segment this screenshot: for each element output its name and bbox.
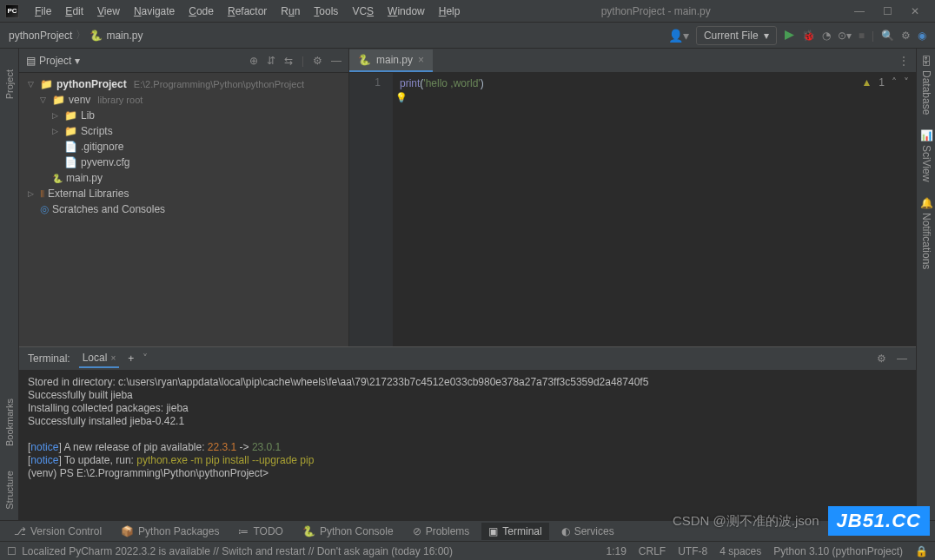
tree-pyvenv[interactable]: 📄pyvenv.cfg <box>19 155 348 170</box>
tree-external-libs[interactable]: ▷⫴External Libraries <box>19 186 348 201</box>
expand-icon[interactable]: ⇵ <box>267 55 275 67</box>
editor-tabs: 🐍 main.py × ⋮ <box>349 49 916 73</box>
menu-code[interactable]: Code <box>182 3 221 20</box>
rail-notifications[interactable]: 🔔Notifications <box>920 196 932 269</box>
user-icon[interactable]: 👤▾ <box>668 29 689 43</box>
menu-tools[interactable]: Tools <box>307 3 345 20</box>
terminal-header: Terminal: Local× + ˅ ⚙ — <box>19 347 916 370</box>
status-message[interactable]: Localized PyCharm 2022.3.2 is available … <box>22 545 453 557</box>
terminal-title: Terminal: <box>28 352 70 365</box>
rail-sciview[interactable]: 📊SciView <box>920 128 932 181</box>
tree-scratches[interactable]: ◎Scratches and Consoles <box>19 201 348 217</box>
tab-menu-icon[interactable]: ⋮ <box>899 55 916 67</box>
chevron-down-icon: ▾ <box>764 30 769 42</box>
rail-database[interactable]: 🗄Database <box>920 56 932 115</box>
tree-gitignore[interactable]: 📄.gitignore <box>19 139 348 155</box>
menu-file[interactable]: File <box>28 3 58 20</box>
warning-icon[interactable]: ▲ <box>861 76 872 89</box>
coverage-icon[interactable]: ◔ <box>822 30 831 42</box>
close-icon[interactable]: ✕ <box>909 5 921 17</box>
run-config-dropdown[interactable]: Current File ▾ <box>696 26 777 45</box>
btab-services[interactable]: ◐Services <box>554 523 621 540</box>
minimize-icon[interactable]: — <box>853 5 865 17</box>
status-encoding[interactable]: UTF-8 <box>678 545 707 557</box>
status-position[interactable]: 1:19 <box>607 545 627 557</box>
menu-navigate[interactable]: Navigate <box>127 3 182 20</box>
breadcrumb-separator: 〉 <box>76 28 86 43</box>
status-eol[interactable]: CRLF <box>639 545 666 557</box>
btab-version-control[interactable]: ⎇Version Control <box>7 523 109 540</box>
status-indent[interactable]: 4 spaces <box>719 545 761 557</box>
project-panel: ▤ Project ▾ ⊕ ⇵ ⇆ | ⚙ — ▽📁pythonProjectE… <box>19 49 349 346</box>
gear-icon[interactable]: ⚙ <box>877 352 886 365</box>
tab-close-icon[interactable]: × <box>418 54 424 66</box>
menu-view[interactable]: View <box>90 3 127 20</box>
right-rail: 🗄Database 📊SciView 🔔Notifications <box>916 49 935 520</box>
chevron-down-icon[interactable]: ˅ <box>143 352 148 365</box>
terminal-panel: Terminal: Local× + ˅ ⚙ — Stored in direc… <box>19 346 916 520</box>
main-area: Project ▤ Project ▾ ⊕ ⇵ ⇆ | ⚙ <box>0 49 935 520</box>
search-icon[interactable]: 🔍 <box>881 30 894 42</box>
btab-python-packages[interactable]: 📦Python Packages <box>114 523 226 540</box>
bulb-icon[interactable]: 💡 <box>395 92 408 103</box>
tree-mainpy[interactable]: 🐍main.py <box>19 170 348 186</box>
hide-icon[interactable]: — <box>897 352 907 365</box>
run-icon[interactable] <box>784 30 795 41</box>
project-title: Project <box>39 55 71 67</box>
nav-up-icon[interactable]: ˄ <box>892 76 897 89</box>
navbar: pythonProject 〉 🐍 main.py 👤▾ Current Fil… <box>0 23 935 49</box>
menu-help[interactable]: Help <box>432 3 468 20</box>
tree-venv[interactable]: ▽📁venvlibrary root <box>19 92 348 108</box>
status-menu-icon[interactable]: ☐ <box>7 545 17 557</box>
btab-todo[interactable]: ≔TODO <box>231 523 289 540</box>
terminal-tab-local[interactable]: Local× <box>79 349 120 368</box>
project-header: ▤ Project ▾ ⊕ ⇵ ⇆ | ⚙ — <box>19 49 348 73</box>
close-icon[interactable]: × <box>110 353 116 363</box>
warning-count: 1 <box>879 76 885 89</box>
locate-icon[interactable]: ⊕ <box>249 55 258 67</box>
tree-lib[interactable]: ▷📁Lib <box>19 108 348 123</box>
project-tool-icon: ▤ <box>26 55 36 67</box>
btab-problems[interactable]: ⊘Problems <box>406 523 477 540</box>
stop-icon[interactable]: ■ <box>859 30 865 42</box>
rail-bookmarks[interactable]: Bookmarks <box>4 395 15 450</box>
chevron-down-icon[interactable]: ▾ <box>75 55 80 67</box>
profile-icon[interactable]: ⊙▾ <box>838 30 852 42</box>
app-logo: PC <box>5 4 19 18</box>
editor-tab-main[interactable]: 🐍 main.py × <box>349 49 433 72</box>
rail-structure[interactable]: Structure <box>4 467 15 513</box>
tree-scripts[interactable]: ▷📁Scripts <box>19 123 348 139</box>
breadcrumb-file[interactable]: main.py <box>106 30 143 42</box>
status-lock-icon[interactable]: 🔒 <box>915 545 928 557</box>
terminal-body[interactable]: Stored in directory: c:\users\ryan\appda… <box>19 370 916 520</box>
collapse-icon[interactable]: ⇆ <box>284 55 293 67</box>
tree-root[interactable]: ▽📁pythonProjectE:\2.Programming\Python\p… <box>19 76 348 92</box>
btab-terminal[interactable]: ▣Terminal <box>481 523 548 540</box>
btab-python-console[interactable]: 🐍Python Console <box>295 523 401 540</box>
tab-label: main.py <box>376 54 413 66</box>
window-title: pythonProject - main.py <box>467 5 845 17</box>
hide-icon[interactable]: — <box>331 55 342 67</box>
status-python[interactable]: Python 3.10 (pythonProject) <box>773 545 903 557</box>
code-area[interactable]: print('hello ,world') <box>393 73 916 346</box>
run-config-label: Current File <box>704 30 759 42</box>
rail-project[interactable]: Project <box>4 66 15 102</box>
svg-marker-0 <box>785 30 794 40</box>
gear-icon[interactable]: ⚙ <box>313 55 322 67</box>
nav-down-icon[interactable]: ˅ <box>904 76 909 89</box>
debug-icon[interactable]: 🐞 <box>802 30 815 42</box>
python-file-icon: 🐍 <box>358 54 371 66</box>
menu-run[interactable]: Run <box>274 3 307 20</box>
terminal-add-icon[interactable]: + <box>128 352 134 365</box>
editor-body[interactable]: 1 print('hello ,world') 💡 ▲1 ˄ ˅ <box>349 73 916 346</box>
breadcrumb-project[interactable]: pythonProject <box>9 30 72 42</box>
breadcrumb: pythonProject 〉 🐍 main.py <box>9 28 143 43</box>
plugin-icon[interactable]: ◉ <box>918 30 926 42</box>
menu-refactor[interactable]: Refactor <box>221 3 274 20</box>
maximize-icon[interactable]: ☐ <box>881 5 893 17</box>
settings-icon[interactable]: ⚙ <box>901 30 911 42</box>
menu-edit[interactable]: Edit <box>58 3 90 20</box>
gutter: 1 <box>349 73 393 346</box>
menu-window[interactable]: Window <box>381 3 432 20</box>
menu-vcs[interactable]: VCS <box>345 3 381 20</box>
